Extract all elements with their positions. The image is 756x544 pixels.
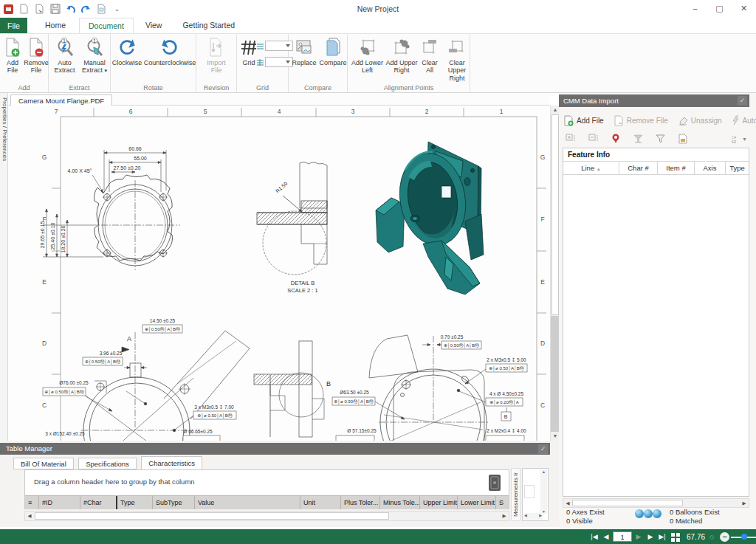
col-type[interactable]: Type bbox=[726, 162, 749, 174]
maximize-button[interactable]: ▢ bbox=[707, 0, 732, 18]
cmm-hscroll-thumb[interactable] bbox=[572, 500, 683, 506]
detail-b-labels: R1.50 DETAIL B SCALE 2 : 1 bbox=[275, 181, 318, 294]
tab-bill-of-material[interactable]: Bill Of Material bbox=[13, 458, 74, 469]
last-page-icon[interactable]: ▶| bbox=[657, 533, 667, 540]
col-id[interactable]: #ID bbox=[39, 496, 80, 509]
redo-icon[interactable] bbox=[80, 4, 92, 15]
add-upper-right-button[interactable]: Add Upper Right bbox=[385, 38, 419, 75]
scroll-left-icon[interactable]: ◀ bbox=[563, 499, 572, 507]
tm-hscroll-thumb[interactable] bbox=[35, 512, 389, 520]
svg-text:B: B bbox=[504, 414, 508, 419]
properties-preferences-strip[interactable]: Properties / Preferences bbox=[0, 93, 8, 441]
sort-options[interactable]: □×12 ▼ bbox=[732, 134, 747, 144]
pin-icon[interactable]: ✓ bbox=[738, 96, 747, 106]
col-char[interactable]: Char # bbox=[619, 162, 658, 174]
tab-file[interactable]: File bbox=[0, 18, 27, 33]
clear-upper-right-button[interactable]: Clear Upper Right bbox=[439, 38, 475, 82]
group-label-grid: Grid bbox=[237, 84, 288, 92]
scrollbar-thumb[interactable] bbox=[551, 114, 559, 315]
remove-file-button[interactable]: Remove File bbox=[24, 38, 48, 75]
tab-characteristics[interactable]: Characteristics bbox=[141, 456, 202, 469]
compare-icon bbox=[323, 38, 343, 58]
tab-specifications[interactable]: Specifications bbox=[78, 458, 137, 469]
measurements-vscroll[interactable]: ▲ ▼ bbox=[540, 469, 547, 514]
fit-page-icon[interactable] bbox=[671, 532, 681, 542]
col-item[interactable]: Item # bbox=[658, 162, 695, 174]
drawing-canvas[interactable]: 7 6 5 4 3 2 1 G F E D C G F E D C bbox=[8, 106, 550, 441]
play-icon[interactable]: ▶ bbox=[633, 533, 644, 540]
col-minus-tol[interactable]: Minus Tole... bbox=[380, 496, 420, 509]
scroll-right-icon[interactable]: ▶ bbox=[740, 499, 749, 507]
col-lower-limit[interactable]: Lower Limit bbox=[458, 496, 496, 509]
replace-button[interactable]: Replace bbox=[290, 38, 318, 66]
table-manager-pin-icon[interactable]: ✓ bbox=[538, 444, 548, 454]
tab-home[interactable]: Home bbox=[36, 18, 75, 33]
open-file-icon[interactable] bbox=[34, 4, 45, 15]
col-value[interactable]: Value bbox=[195, 496, 300, 509]
save-icon[interactable] bbox=[49, 4, 61, 15]
manual-extract-button[interactable]: 1 Manual Extract ▾ bbox=[80, 38, 109, 75]
group-label-extract: Extract bbox=[49, 84, 110, 92]
replace-icon bbox=[295, 38, 314, 58]
table-manager-hscroll[interactable]: ◀ ▶ bbox=[24, 511, 509, 521]
compare-button[interactable]: Compare bbox=[318, 38, 348, 66]
export-icon[interactable] bbox=[678, 134, 687, 144]
cmm-panel-header[interactable]: CMM Data Import ✓ bbox=[559, 94, 749, 107]
row-selector-header[interactable]: ≡ bbox=[25, 496, 39, 509]
first-page-icon[interactable]: |◀ bbox=[589, 533, 599, 540]
drawing-vertical-scrollbar[interactable]: ▲ ▼ bbox=[550, 106, 559, 441]
col-char[interactable]: #Char bbox=[80, 496, 117, 509]
title-bar: New Project ⌄ – ▢ ✕ bbox=[0, 0, 756, 18]
minimize-button[interactable]: – bbox=[683, 0, 707, 18]
col-subtype[interactable]: SubType bbox=[153, 496, 195, 509]
expand-all-icon[interactable] bbox=[566, 134, 576, 144]
col-line[interactable]: Line ▲ bbox=[563, 162, 619, 174]
page-number-input[interactable]: 1 bbox=[613, 531, 632, 542]
cmm-horizontal-scrollbar[interactable]: ◀ ▶ bbox=[563, 498, 749, 508]
col-upper-limit[interactable]: Upper Limit bbox=[420, 496, 458, 509]
cmm-remove-file-button[interactable]: Remove File bbox=[614, 115, 668, 126]
tab-document[interactable]: Document bbox=[79, 18, 134, 33]
col-type[interactable]: Type bbox=[117, 496, 153, 509]
cmm-add-file-button[interactable]: Add File bbox=[563, 115, 604, 126]
cmm-auto-assign-button[interactable]: Auto Assign bbox=[732, 115, 756, 125]
col-plus-tol[interactable]: Plus Toler... bbox=[341, 496, 380, 509]
tab-getting-started[interactable]: Getting Started bbox=[173, 18, 244, 33]
grid-settings-icon[interactable] bbox=[488, 474, 501, 495]
clockwise-button[interactable]: Clockwise bbox=[111, 38, 143, 66]
balloon-filter-icon[interactable] bbox=[611, 134, 621, 144]
add-lower-left-button[interactable]: Add Lower Left bbox=[350, 38, 385, 75]
col-unit[interactable]: Unit bbox=[300, 496, 341, 509]
measurements-hscroll[interactable]: ◀ ▶ bbox=[523, 513, 543, 520]
filter-icon[interactable] bbox=[656, 134, 665, 144]
col-s[interactable]: S bbox=[496, 496, 506, 509]
svg-text:Ø76.00 ±0.25: Ø76.00 ±0.25 bbox=[59, 380, 89, 385]
tm-scroll-right-icon[interactable]: ▶ bbox=[500, 512, 509, 520]
qat-dropdown-icon[interactable]: ⌄ bbox=[111, 4, 123, 15]
auto-extract-button[interactable]: 1 Auto Extract bbox=[51, 38, 78, 75]
zoom-slider[interactable] bbox=[731, 532, 756, 542]
counterclockwise-button[interactable]: Counterclockwise bbox=[143, 38, 196, 66]
next-page-icon[interactable]: ▶ bbox=[645, 533, 656, 540]
tm-scroll-left-icon[interactable]: ◀ bbox=[25, 512, 34, 520]
tab-view[interactable]: View bbox=[137, 18, 171, 33]
add-file-button[interactable]: Add File bbox=[1, 38, 24, 75]
clear-filter-icon[interactable] bbox=[633, 134, 643, 144]
import-file-button[interactable]: Import File bbox=[202, 38, 231, 75]
table-manager-header[interactable]: Table Manager ✓ bbox=[0, 443, 550, 455]
undo-icon[interactable] bbox=[65, 4, 76, 15]
col-axis[interactable]: Axis bbox=[695, 162, 726, 174]
prev-page-icon[interactable]: ◀ bbox=[601, 533, 611, 540]
feature-info-columns: Line ▲ Char # Item # Axis Type bbox=[563, 162, 749, 175]
svg-text:Ø 66.65±0.25: Ø 66.65±0.25 bbox=[183, 429, 213, 434]
app-logo-icon[interactable] bbox=[3, 4, 14, 15]
new-file-icon[interactable] bbox=[18, 4, 30, 15]
zoom-out-icon[interactable]: − bbox=[720, 532, 729, 542]
measurements-import-tab[interactable]: Measurements Ir bbox=[511, 468, 520, 521]
close-button[interactable]: ✕ bbox=[732, 0, 756, 18]
cmm-unassign-button[interactable]: Unassign bbox=[678, 115, 722, 125]
collapse-all-icon[interactable] bbox=[588, 134, 599, 144]
print-icon[interactable] bbox=[96, 4, 107, 15]
grid-button[interactable]: Grid bbox=[238, 38, 259, 66]
clear-all-button[interactable]: Clear All bbox=[419, 38, 440, 75]
